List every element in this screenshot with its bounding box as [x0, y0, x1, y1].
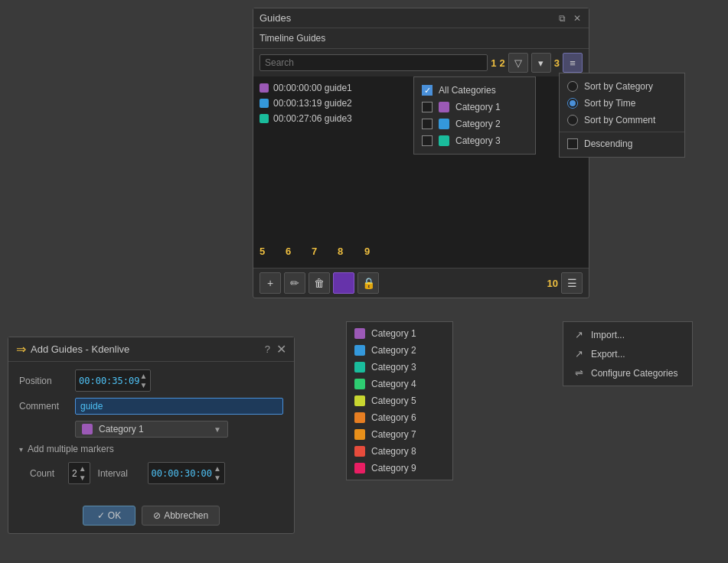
kebab-import[interactable]: ↗ Import...: [563, 325, 692, 344]
cat-item-9[interactable]: Category 9: [347, 460, 452, 477]
cat-item-1[interactable]: Category 1: [347, 325, 452, 342]
guides-bottom-bar: 5 6 7 8 9 + ✏ 🗑 🔒 10 ☰: [253, 268, 589, 298]
label-6: 6: [286, 246, 291, 257]
cat-color-9: [354, 463, 365, 474]
cat-label-5: Category 5: [371, 395, 416, 406]
sort-comment-radio[interactable]: [567, 115, 578, 125]
import-label: Import...: [591, 330, 625, 340]
cat-sel-label: Category 1: [99, 424, 207, 434]
filter-cat2-checkbox[interactable]: [422, 119, 433, 129]
count-spinner[interactable]: ▲ ▼: [79, 464, 87, 482]
sort-descending[interactable]: Descending: [560, 135, 684, 152]
filter-cat1-checkbox[interactable]: [422, 102, 433, 112]
label-1: 1: [491, 57, 496, 69]
search-input[interactable]: [260, 54, 488, 71]
sort-descending-label: Descending: [584, 138, 632, 149]
guide-color-3: [260, 114, 269, 123]
category-select[interactable]: Category 1 ▼: [75, 421, 228, 438]
filter-dropdown: ✓ All Categories Category 1 Category 2 C…: [413, 76, 536, 155]
filter-cat3-checkbox[interactable]: [422, 135, 433, 146]
sort-by-time[interactable]: Sort by Time: [560, 95, 684, 112]
cat-label-8: Category 8: [371, 446, 416, 457]
label-9: 9: [364, 246, 370, 257]
sort-category-label: Sort by Category: [584, 81, 653, 92]
category-color-dropdown: Category 1 Category 2 Category 3 Categor…: [346, 321, 453, 480]
sort-by-comment[interactable]: Sort by Comment: [560, 112, 684, 129]
kebab-configure-categories[interactable]: ⇌ Configure Categories: [563, 363, 692, 382]
float-button[interactable]: ⧉: [557, 13, 567, 24]
dialog-close-button[interactable]: ✕: [276, 343, 286, 356]
filter-all-categories[interactable]: ✓ All Categories: [414, 82, 535, 99]
cat-color-3: [354, 362, 365, 373]
ok-checkmark-icon: ✓: [97, 510, 105, 521]
kebab-export[interactable]: ↗ Export...: [563, 344, 692, 363]
lock-guide-button[interactable]: 🔒: [357, 272, 379, 294]
sort-button[interactable]: ≡: [563, 53, 583, 73]
category-select-row: Category 1 ▼: [19, 421, 283, 438]
filter-dropdown-button[interactable]: ▾: [531, 53, 551, 73]
cat-item-4[interactable]: Category 4: [347, 376, 452, 392]
filter-category-3[interactable]: Category 3: [414, 132, 535, 149]
cancel-circle-icon: ⊘: [153, 510, 161, 521]
close-button[interactable]: ✕: [572, 13, 583, 24]
filter-cat2-label: Category 2: [455, 119, 501, 129]
ok-button[interactable]: ✓ OK: [83, 506, 135, 526]
cat-item-5[interactable]: Category 5: [347, 392, 452, 409]
titlebar-controls: ⧉ ✕: [557, 13, 583, 24]
label-8: 8: [338, 246, 343, 257]
add-guides-dialog: ⇒ Add Guides - Kdenlive ? ✕ Position 00:…: [8, 337, 295, 534]
label-5: 5: [260, 246, 265, 257]
filter-category-1[interactable]: Category 1: [414, 99, 535, 116]
label-3: 3: [554, 57, 560, 69]
sort-time-label: Sort by Time: [584, 98, 635, 109]
sort-by-category[interactable]: Sort by Category: [560, 78, 684, 95]
cat-sel-arrow-icon: ▼: [214, 425, 221, 434]
cat-label-9: Category 9: [371, 463, 416, 474]
delete-guide-button[interactable]: 🗑: [309, 272, 330, 294]
count-field[interactable]: 2 ▲ ▼: [68, 462, 90, 484]
interval-spinner[interactable]: ▲ ▼: [214, 464, 221, 482]
position-label: Position: [19, 376, 69, 386]
cat-item-3[interactable]: Category 3: [347, 359, 452, 376]
count-value: 2: [72, 468, 77, 479]
filter-button[interactable]: ▽: [508, 53, 528, 73]
cat-item-7[interactable]: Category 7: [347, 426, 452, 443]
interval-field[interactable]: 00:00:30:00 ▲ ▼: [148, 462, 225, 484]
position-field[interactable]: 00:00:35:09 ▲ ▼: [75, 369, 151, 392]
cat-label-3: Category 3: [371, 362, 416, 373]
guide-time-2: 00:00:13:19 guide2: [273, 98, 352, 109]
sort-category-radio[interactable]: [567, 81, 578, 92]
cat-color-8: [354, 446, 365, 457]
filter-all-checkbox[interactable]: ✓: [422, 85, 433, 96]
filter-category-2[interactable]: Category 2: [414, 116, 535, 132]
configure-label: Configure Categories: [591, 368, 677, 379]
guides-titlebar: Guides ⧉ ✕: [253, 8, 589, 28]
sort-time-radio[interactable]: [567, 98, 578, 109]
import-icon: ↗: [573, 329, 585, 340]
cat-color-6: [354, 412, 365, 423]
guide-color-1: [260, 83, 269, 93]
add-guide-button[interactable]: +: [260, 272, 281, 294]
guides-toolbar: 1 2 ▽ ▾ 3 ≡: [253, 49, 589, 76]
dialog-body: Position 00:00:35:09 ▲ ▼ Comment Categor…: [8, 362, 294, 501]
position-spinner[interactable]: ▲ ▼: [139, 372, 147, 389]
multiple-markers-label: Add multiple markers: [28, 444, 114, 454]
edit-guide-button[interactable]: ✏: [284, 272, 305, 294]
color-guide-button[interactable]: [333, 272, 354, 294]
cat-item-6[interactable]: Category 6: [347, 409, 452, 426]
sort-descending-checkbox[interactable]: [567, 138, 578, 149]
cancel-button[interactable]: ⊘ Abbrechen: [142, 506, 220, 526]
kebab-dropdown: ↗ Import... ↗ Export... ⇌ Configure Cate…: [563, 321, 693, 386]
kebab-menu-button[interactable]: ☰: [561, 272, 583, 294]
filter-all-label: All Categories: [439, 85, 496, 96]
dialog-help-button[interactable]: ?: [265, 343, 270, 355]
comment-input[interactable]: [75, 398, 283, 415]
multiple-markers-row[interactable]: ▾ Add multiple markers: [19, 444, 283, 454]
position-value: 00:00:35:09: [79, 376, 139, 386]
export-label: Export...: [591, 349, 625, 360]
dialog-titlebar: ⇒ Add Guides - Kdenlive ? ✕: [8, 337, 294, 362]
cat-item-2[interactable]: Category 2: [347, 342, 452, 359]
cat-item-8[interactable]: Category 8: [347, 443, 452, 460]
filter-cat2-color: [439, 119, 449, 129]
dialog-buttons: ✓ OK ⊘ Abbrechen: [8, 501, 294, 533]
